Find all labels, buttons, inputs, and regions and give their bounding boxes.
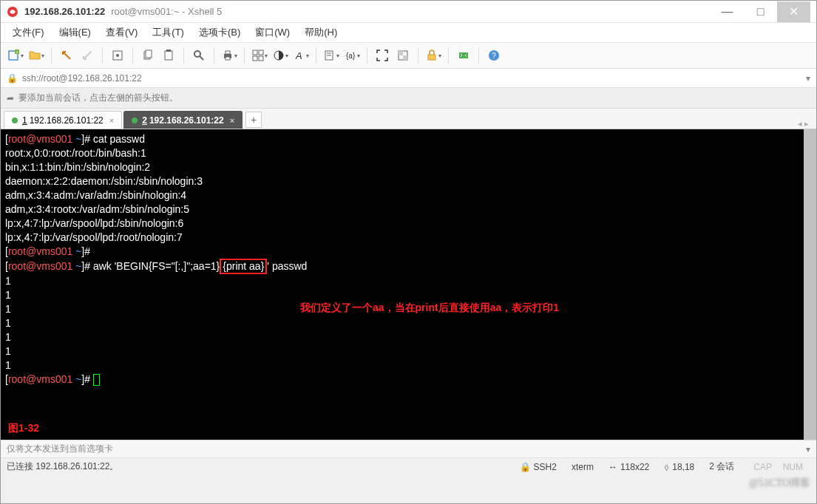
svg-line-11 xyxy=(200,56,203,60)
address-dropdown-icon[interactable]: ▾ xyxy=(806,73,810,84)
svg-rect-26 xyxy=(399,51,403,55)
encoding-button[interactable]: {a}▾ xyxy=(343,47,361,64)
menu-tabs[interactable]: 选项卡(B) xyxy=(191,24,248,41)
copy-button[interactable] xyxy=(139,47,157,64)
svg-text:?: ? xyxy=(492,52,496,60)
title-session: root@vms001:~ - Xshell 5 xyxy=(111,6,222,17)
menu-bar: 文件(F) 编辑(E) 查看(V) 工具(T) 选项卡(B) 窗口(W) 帮助(… xyxy=(1,23,816,42)
status-cursor-pos: ⎀ 18,18 xyxy=(657,462,702,472)
svg-rect-14 xyxy=(226,57,230,60)
new-tab-button[interactable]: + xyxy=(245,112,262,128)
paste-button[interactable] xyxy=(160,47,177,64)
terminal[interactable]: [root@vms001 ~]# cat passwd root:x,0:0:r… xyxy=(1,129,816,440)
status-connection: 已连接 192.168.26.101:22。 xyxy=(7,460,118,473)
svg-rect-28 xyxy=(428,55,435,60)
svg-text:A: A xyxy=(295,50,302,61)
tab-2[interactable]: 2 192.168.26.101:22 × xyxy=(123,111,243,129)
svg-text:+: + xyxy=(16,50,18,54)
reconnect-button[interactable] xyxy=(58,47,75,64)
svg-rect-27 xyxy=(403,55,407,60)
status-cap: CAP xyxy=(753,462,772,472)
svg-rect-18 xyxy=(259,56,263,61)
help-icon[interactable]: ? xyxy=(485,47,503,64)
add-session-icon[interactable]: ➦ xyxy=(7,93,14,103)
menu-view[interactable]: 查看(V) xyxy=(98,24,145,41)
layout-button[interactable]: ▾ xyxy=(251,47,268,64)
title-bar: 192.168.26.101:22 root@vms001:~ - Xshell… xyxy=(1,1,816,23)
disconnect-button[interactable] xyxy=(78,47,96,64)
sendbar-dropdown-icon[interactable]: ▾ xyxy=(806,444,810,454)
maximize-button[interactable]: □ xyxy=(744,1,777,22)
app-icon xyxy=(7,6,18,18)
menu-tools[interactable]: 工具(T) xyxy=(145,24,191,41)
annotation-text: 我们定义了一个aa，当在print后直接使用aa，表示打印1 xyxy=(300,301,559,315)
status-dot-icon xyxy=(12,118,18,123)
status-num: NUM xyxy=(783,462,803,472)
svg-point-5 xyxy=(116,54,119,57)
terminal-scrollbar[interactable] xyxy=(804,129,816,440)
svg-rect-29 xyxy=(459,52,468,58)
menu-edit[interactable]: 编辑(E) xyxy=(52,24,98,41)
tab-close-icon[interactable]: × xyxy=(230,116,234,125)
status-size: ↔ 118x22 xyxy=(601,462,657,472)
menu-file[interactable]: 文件(F) xyxy=(5,24,52,41)
color-scheme-button[interactable]: ▾ xyxy=(271,47,289,64)
menu-help[interactable]: 帮助(H) xyxy=(297,24,345,41)
fullscreen-button[interactable] xyxy=(373,47,391,64)
svg-text:{a}: {a} xyxy=(346,52,356,60)
cursor xyxy=(93,374,100,386)
send-bar[interactable]: 仅将文本发送到当前选项卡 ▾ xyxy=(1,440,816,457)
status-bar: 已连接 192.168.26.101:22。 🔒 SSH2 xterm ↔ 11… xyxy=(1,457,816,475)
transparency-button[interactable] xyxy=(394,47,412,64)
status-termtype: xterm xyxy=(564,462,601,472)
highlight-box: {print aa} xyxy=(220,259,267,274)
watermark: @51CTO博客 xyxy=(749,477,810,490)
find-button[interactable] xyxy=(190,47,208,64)
new-session-button[interactable]: +▾ xyxy=(7,47,24,64)
status-protocol: 🔒 SSH2 xyxy=(512,462,564,472)
tab-strip: 1 192.168.26.101:22 × 2 192.168.26.101:2… xyxy=(1,109,816,129)
status-sessions: 2 会话 xyxy=(702,460,742,473)
xftp-button[interactable] xyxy=(455,47,472,64)
session-hint-text: 要添加当前会话，点击左侧的箭头按钮。 xyxy=(18,92,178,104)
figure-label: 图1-32 xyxy=(8,421,39,435)
lock-icon: 🔒 xyxy=(7,73,18,84)
status-dot-icon xyxy=(132,118,138,123)
svg-rect-15 xyxy=(253,50,257,55)
svg-rect-8 xyxy=(165,51,172,60)
tab-nav-arrows[interactable]: ◂ ▸ xyxy=(798,119,813,129)
title-host: 192.168.26.101:22 xyxy=(24,6,105,17)
print-button[interactable]: ▾ xyxy=(220,47,238,64)
address-url: ssh://root@192.168.26.101:22 xyxy=(22,73,142,84)
menu-window[interactable]: 窗口(W) xyxy=(248,24,297,41)
svg-rect-17 xyxy=(253,56,257,61)
session-hint-bar: ➦ 要添加当前会话，点击左侧的箭头按钮。 xyxy=(1,88,816,109)
svg-rect-13 xyxy=(226,51,230,54)
tab-1[interactable]: 1 192.168.26.101:22 × xyxy=(4,111,122,129)
toolbar: +▾ ▾ ▾ ▾ ▾ A▾ ▾ {a}▾ ▾ ? xyxy=(1,42,816,69)
lock-button[interactable]: ▾ xyxy=(424,47,442,64)
tab-close-icon[interactable]: × xyxy=(109,116,114,125)
address-bar[interactable]: 🔒 ssh://root@192.168.26.101:22 ▾ xyxy=(1,69,816,88)
svg-rect-7 xyxy=(146,50,152,58)
properties-button[interactable] xyxy=(109,47,126,64)
svg-rect-16 xyxy=(259,50,263,55)
font-button[interactable]: A▾ xyxy=(292,47,310,64)
open-button[interactable]: ▾ xyxy=(27,47,45,64)
svg-rect-9 xyxy=(166,50,171,52)
script-button[interactable]: ▾ xyxy=(322,47,340,64)
svg-point-10 xyxy=(194,51,200,57)
minimize-button[interactable]: — xyxy=(711,1,744,22)
close-button[interactable]: ✕ xyxy=(777,1,810,22)
